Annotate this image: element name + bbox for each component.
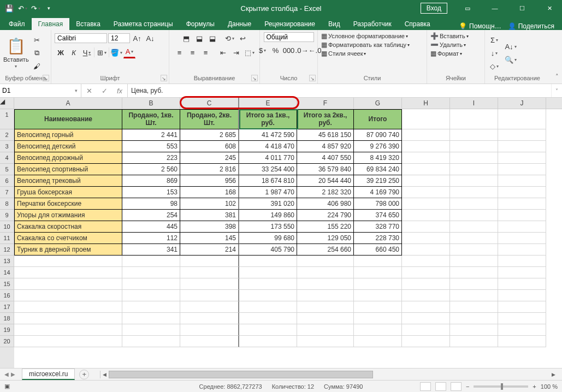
wrap-text-icon[interactable]: ↩: [237, 32, 249, 44]
cell[interactable]: [14, 278, 122, 290]
find-select-icon[interactable]: 🔍: [502, 54, 519, 66]
row-header[interactable]: 9: [0, 210, 14, 221]
cell[interactable]: [180, 336, 239, 347]
cell[interactable]: 87 090 740: [354, 129, 402, 141]
cell[interactable]: [402, 198, 450, 210]
cell[interactable]: [450, 141, 498, 152]
tab-pagelayout[interactable]: Разметка страницы: [107, 18, 180, 30]
share-button[interactable]: 👤Поделиться: [508, 22, 554, 30]
increase-decimal-icon[interactable]: .0→: [296, 44, 308, 56]
cut-icon[interactable]: ✂: [31, 34, 43, 46]
cell[interactable]: Продано, 2кв. Шт.: [180, 109, 239, 129]
column-header-J[interactable]: J: [498, 98, 546, 109]
cell[interactable]: 956: [180, 175, 239, 187]
cell[interactable]: 2 816: [180, 164, 239, 175]
cell[interactable]: [402, 164, 450, 175]
cell[interactable]: [498, 221, 546, 233]
tell-me[interactable]: 💡Помощн…: [459, 22, 501, 30]
cell[interactable]: [402, 175, 450, 187]
orientation-icon[interactable]: ⟲: [224, 32, 236, 44]
cell[interactable]: 445: [122, 221, 180, 233]
zoom-slider[interactable]: [474, 385, 528, 388]
cell[interactable]: 4 857 920: [297, 141, 354, 152]
cell[interactable]: [14, 256, 122, 267]
dialog-launcher-icon[interactable]: ↘: [43, 75, 49, 81]
cell[interactable]: [402, 313, 450, 324]
row-header[interactable]: 1: [0, 109, 14, 129]
cell[interactable]: [498, 244, 546, 256]
cell[interactable]: [402, 221, 450, 233]
cell[interactable]: [450, 164, 498, 175]
cancel-formula-icon[interactable]: ✕: [81, 87, 97, 95]
cell[interactable]: [402, 256, 450, 267]
row-header[interactable]: 16: [0, 290, 14, 301]
cell[interactable]: 224 790: [297, 210, 354, 221]
align-center-icon[interactable]: ≡: [187, 46, 199, 58]
column-header-B[interactable]: B: [122, 98, 180, 109]
underline-button[interactable]: Ч: [81, 46, 93, 58]
cell[interactable]: 33 254 400: [239, 164, 297, 175]
cell[interactable]: 4 407 550: [297, 152, 354, 164]
cell[interactable]: [402, 141, 450, 152]
cell[interactable]: [297, 278, 354, 290]
record-macro-icon[interactable]: ▣: [4, 383, 10, 390]
cell[interactable]: 20 544 440: [297, 175, 354, 187]
accounting-icon[interactable]: $: [257, 44, 269, 56]
cell[interactable]: [498, 301, 546, 313]
cell[interactable]: 2 560: [122, 164, 180, 175]
redo-icon[interactable]: ↷: [29, 2, 42, 14]
cell[interactable]: 102: [180, 198, 239, 210]
cell[interactable]: 391 020: [239, 198, 297, 210]
row-header[interactable]: 20: [0, 336, 14, 347]
qat-customize-icon[interactable]: ▾: [43, 2, 55, 14]
row-header[interactable]: 11: [0, 233, 14, 244]
cell[interactable]: 45 618 150: [297, 129, 354, 141]
autosum-icon[interactable]: Σ: [488, 34, 500, 46]
cell[interactable]: [14, 301, 122, 313]
align-right-icon[interactable]: ≡: [200, 46, 212, 58]
format-as-table-button[interactable]: ▦Форматировать как таблицу▾: [321, 41, 410, 49]
cell[interactable]: [122, 267, 180, 278]
row-header[interactable]: 15: [0, 278, 14, 290]
cell[interactable]: [122, 278, 180, 290]
enter-formula-icon[interactable]: ✓: [97, 87, 112, 95]
cell[interactable]: [498, 109, 546, 129]
zoom-in-icon[interactable]: +: [533, 383, 536, 390]
cell[interactable]: [450, 267, 498, 278]
cell[interactable]: 608: [180, 141, 239, 152]
tab-insert[interactable]: Вставка: [69, 18, 107, 30]
dialog-launcher-icon[interactable]: ↘: [309, 75, 316, 81]
cell[interactable]: [297, 256, 354, 267]
row-header[interactable]: 6: [0, 175, 14, 187]
tab-review[interactable]: Рецензирование: [258, 18, 322, 30]
cell[interactable]: [498, 129, 546, 141]
expand-formula-bar-icon[interactable]: ˅: [551, 84, 562, 97]
cell[interactable]: 2 182 320: [297, 187, 354, 198]
dialog-launcher-icon[interactable]: ↘: [251, 75, 258, 81]
align-middle-icon[interactable]: ⬓: [193, 32, 205, 44]
cell[interactable]: [450, 278, 498, 290]
cell[interactable]: 4 011 770: [239, 152, 297, 164]
row-header[interactable]: 14: [0, 267, 14, 278]
cell[interactable]: Продано, 1кв. Шт.: [122, 109, 180, 129]
cell[interactable]: [354, 313, 402, 324]
cell[interactable]: [122, 324, 180, 336]
cell[interactable]: [122, 336, 180, 347]
horizontal-scrollbar[interactable]: [100, 371, 558, 378]
tab-help[interactable]: Справка: [398, 18, 437, 30]
cell[interactable]: [14, 267, 122, 278]
cell[interactable]: 98: [122, 198, 180, 210]
cell[interactable]: [402, 290, 450, 301]
font-color-icon[interactable]: A: [123, 46, 135, 58]
cell[interactable]: 168: [180, 187, 239, 198]
cell[interactable]: [498, 278, 546, 290]
cell[interactable]: [402, 267, 450, 278]
cell-styles-button[interactable]: ▦Стили ячеек▾: [321, 50, 366, 57]
cell[interactable]: [498, 141, 546, 152]
increase-font-icon[interactable]: A↑: [131, 32, 143, 44]
cell[interactable]: [450, 210, 498, 221]
cell[interactable]: [297, 324, 354, 336]
cell[interactable]: 214: [180, 244, 239, 256]
dialog-launcher-icon[interactable]: ↘: [161, 75, 167, 81]
paste-label[interactable]: Вставить: [3, 56, 29, 63]
